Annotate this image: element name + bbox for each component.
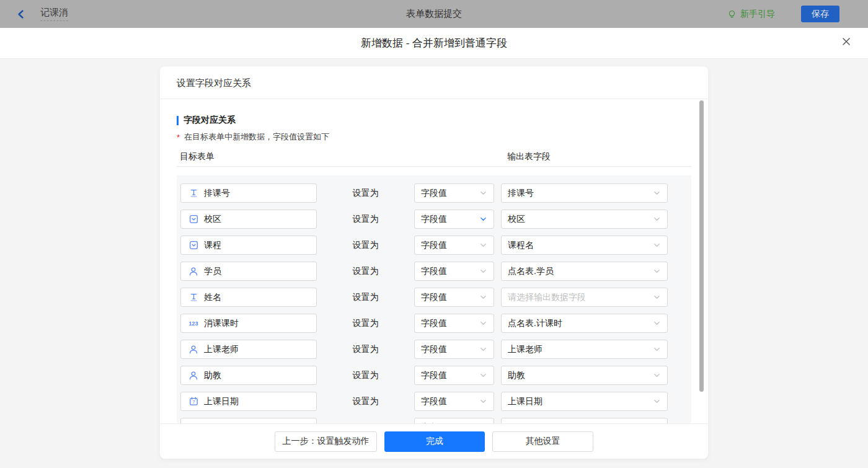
target-field-box[interactable]: 7 上课日期	[180, 392, 317, 411]
target-field-box[interactable]: 123 消课课时	[180, 314, 317, 333]
value-type-value: 字段值	[421, 422, 447, 424]
form-name[interactable]: 记课消	[40, 7, 68, 21]
value-type-value: 字段值	[421, 240, 447, 251]
target-field-box[interactable]: 课程	[180, 236, 317, 255]
set-as-label: 设置为	[317, 292, 414, 303]
output-field-value: 上课日期	[508, 396, 542, 407]
topbar: 记课消 表单数据提交 新手引导 保存	[0, 0, 868, 28]
mapping-row: 校区 设置为 字段值 校区	[180, 210, 691, 229]
number-field-icon: 123	[187, 320, 200, 327]
value-type-value: 字段值	[421, 370, 447, 381]
mapping-row: 学员 设置为 字段值 点名表.学员	[180, 262, 691, 281]
value-type-select[interactable]: 字段值	[414, 366, 494, 385]
output-field-value: 课程名	[508, 240, 534, 251]
value-type-select[interactable]: 字段值	[414, 210, 494, 229]
set-as-label: 设置为	[317, 396, 414, 407]
close-icon[interactable]	[841, 36, 852, 47]
target-field-box[interactable]: 上课老师	[180, 340, 317, 359]
output-field-value: 助教	[508, 370, 525, 381]
done-button[interactable]: 完成	[384, 431, 485, 452]
chevron-down-icon	[479, 371, 487, 379]
chevron-down-icon	[479, 319, 487, 327]
value-type-select[interactable]: 字段值	[414, 288, 494, 307]
dialog-header: 新增数据 - 合并新增到普通字段	[0, 28, 868, 59]
value-type-select[interactable]: 字段值	[414, 183, 494, 203]
card-footer: 上一步：设置触发动作 完成 其他设置	[160, 423, 708, 459]
other-settings-button[interactable]: 其他设置	[492, 431, 593, 452]
field-label: 课程	[204, 240, 221, 251]
value-type-select[interactable]: 字段值	[414, 314, 494, 333]
field-label: 排课号	[204, 188, 230, 199]
person-field-icon	[187, 371, 200, 381]
value-type-value: 字段值	[421, 344, 447, 355]
value-type-select[interactable]: 字段值	[414, 340, 494, 359]
target-field-box[interactable]: 学员	[180, 262, 317, 281]
column-output-fields: 输出表字段	[507, 151, 551, 162]
output-field-select[interactable]: 排课号	[501, 183, 668, 203]
section-title-text: 字段对应关系	[184, 115, 236, 126]
prev-step-button[interactable]: 上一步：设置触发动作	[275, 431, 377, 452]
output-field-select[interactable]	[501, 418, 668, 423]
card-body: 字段对应关系 * 在目标表单中新增数据，字段值设置如下 目标表单 输出表字段 排…	[160, 99, 708, 423]
chevron-down-icon	[479, 215, 487, 223]
target-field-box[interactable]	[180, 418, 317, 423]
output-field-select[interactable]: 点名表.学员	[501, 262, 668, 281]
output-field-select[interactable]: 课程名	[501, 236, 668, 255]
mapping-row: 助教 设置为 字段值 助教	[180, 366, 691, 385]
header-divider	[177, 166, 691, 167]
set-as-label: 设置为	[317, 214, 414, 225]
value-type-value: 字段值	[421, 292, 447, 303]
guide-label: 新手引导	[740, 9, 775, 20]
text-field-icon	[187, 293, 200, 302]
chevron-down-icon	[479, 267, 487, 275]
calendar-field-icon: 7	[187, 397, 200, 406]
note-text: 在目标表单中新增数据，字段值设置如下	[184, 131, 329, 143]
target-field-box[interactable]: 助教	[180, 366, 317, 385]
mapping-row: 123 消课课时 设置为 字段值 点名表.计课时	[180, 314, 691, 333]
chevron-down-icon	[653, 293, 661, 301]
output-field-value: 请选择输出数据字段	[508, 292, 586, 303]
card-title: 设置字段对应关系	[160, 66, 708, 99]
field-mapping-card: 设置字段对应关系 字段对应关系 * 在目标表单中新增数据，字段值设置如下 目标表…	[160, 66, 708, 459]
field-label: 上课老师	[204, 344, 239, 355]
scrollbar-thumb[interactable]	[699, 100, 704, 392]
mapping-row: 排课号 设置为 字段值 排课号	[180, 183, 691, 203]
target-field-box[interactable]: 校区	[180, 210, 317, 229]
output-field-select[interactable]: 助教	[501, 366, 668, 385]
required-note: * 在目标表单中新增数据，字段值设置如下	[177, 132, 691, 142]
value-type-select[interactable]: 字段值	[414, 262, 494, 281]
target-field-box[interactable]: 姓名	[180, 288, 317, 307]
target-field-box[interactable]: 排课号	[180, 183, 317, 203]
dialog-body: 设置字段对应关系 字段对应关系 * 在目标表单中新增数据，字段值设置如下 目标表…	[0, 59, 868, 467]
set-as-label: 设置为	[317, 266, 414, 277]
chevron-down-icon	[479, 345, 487, 353]
mapping-rows: 排课号 设置为 字段值 排课号 校区 设置为 字段值 校区	[177, 175, 691, 423]
output-field-value: 排课号	[508, 188, 534, 199]
value-type-select[interactable]: 字段值	[414, 418, 494, 423]
value-type-value: 字段值	[421, 188, 447, 199]
person-field-icon	[187, 267, 200, 276]
beginner-guide-link[interactable]: 新手引导	[727, 9, 775, 20]
back-icon[interactable]	[16, 9, 26, 19]
save-button[interactable]: 保存	[801, 6, 839, 22]
mapping-row: 姓名 设置为 字段值 请选择输出数据字段	[180, 288, 691, 307]
chevron-down-icon	[653, 345, 661, 353]
chevron-down-icon	[479, 397, 487, 405]
value-type-select[interactable]: 字段值	[414, 392, 494, 411]
output-field-select[interactable]: 请选择输出数据字段	[501, 288, 668, 307]
output-field-select[interactable]: 上课老师	[501, 340, 668, 359]
value-type-select[interactable]: 字段值	[414, 236, 494, 255]
text-field-icon	[187, 188, 200, 198]
dialog-title: 新增数据 - 合并新增到普通字段	[361, 36, 507, 50]
output-field-select[interactable]: 校区	[501, 210, 668, 229]
set-as-label: 设置为	[317, 344, 414, 355]
chevron-down-icon	[653, 241, 661, 249]
person-field-icon	[187, 345, 200, 355]
section-title: 字段对应关系	[177, 115, 691, 125]
output-field-select[interactable]: 点名表.计课时	[501, 314, 668, 333]
mapping-row: 上课老师 设置为 字段值 上课老师	[180, 340, 691, 359]
field-label: 消课课时	[204, 318, 239, 329]
field-label: 姓名	[204, 292, 221, 303]
set-as-label: 设置为	[317, 188, 414, 199]
output-field-select[interactable]: 上课日期	[501, 392, 668, 411]
